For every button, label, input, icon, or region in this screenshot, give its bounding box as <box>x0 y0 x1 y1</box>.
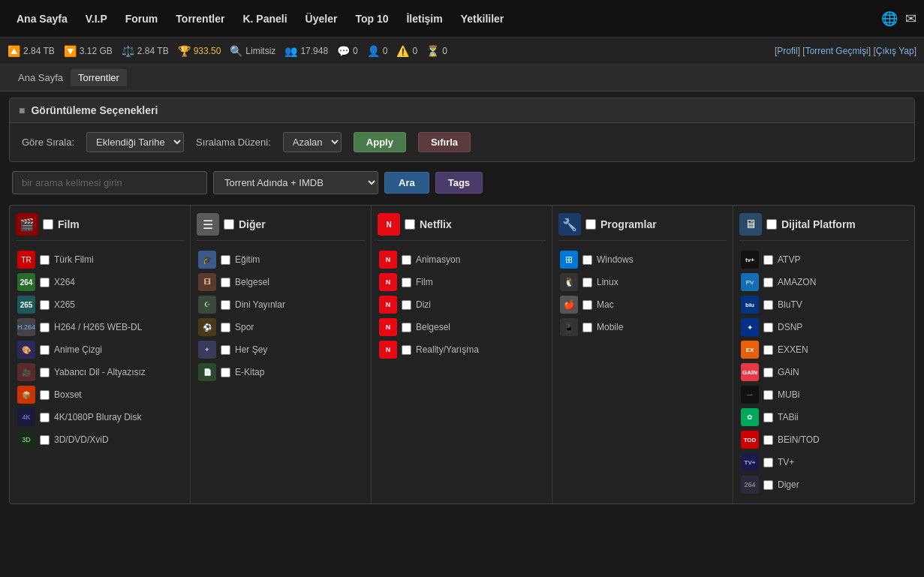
list-item[interactable]: 📱 Mobile <box>558 316 727 338</box>
h264-checkbox[interactable] <box>40 323 50 332</box>
logout-link[interactable]: Çıkış Yap <box>876 46 914 56</box>
list-item[interactable]: PV AMAZON <box>739 271 908 293</box>
dini-checkbox[interactable] <box>221 300 230 310</box>
tvplus-checkbox[interactable] <box>763 458 773 467</box>
spor-checkbox[interactable] <box>221 323 230 332</box>
nav-home[interactable]: Ana Sayfa <box>8 13 77 25</box>
mail-icon[interactable]: ✉ <box>905 11 916 27</box>
list-item[interactable]: GAİN GAiN <box>739 361 908 383</box>
diger-category-checkbox[interactable] <box>224 219 234 230</box>
4k-checkbox[interactable] <box>40 413 50 422</box>
list-item[interactable]: tv+ ATVP <box>739 248 908 271</box>
atvp-checkbox[interactable] <box>763 255 773 265</box>
nf-reality-checkbox[interactable] <box>402 345 411 355</box>
3d-checkbox[interactable] <box>40 435 50 445</box>
list-item[interactable]: ✦ Her Şey <box>197 338 365 361</box>
exxen-checkbox[interactable] <box>763 345 773 355</box>
turk-filmi-checkbox[interactable] <box>40 255 50 265</box>
search-input[interactable] <box>12 171 207 194</box>
list-item[interactable]: 264 X264 <box>16 271 184 293</box>
list-item[interactable]: ✿ TABii <box>739 406 908 428</box>
x265-checkbox[interactable] <box>40 300 50 310</box>
windows-checkbox[interactable] <box>582 255 592 265</box>
messages-icon: 💬 <box>337 45 350 57</box>
list-item[interactable]: 264 Diger <box>739 473 908 496</box>
list-item[interactable]: TR Türk Filmi <box>16 248 184 271</box>
nf-dizi-checkbox[interactable] <box>402 300 411 310</box>
tags-button[interactable]: Tags <box>435 172 483 194</box>
search-scope-select[interactable]: Torrent Adında + IMDB Torrent Adında IMD… <box>213 171 378 194</box>
x264-checkbox[interactable] <box>40 278 50 287</box>
blutv-checkbox[interactable] <box>763 300 773 310</box>
foreign-checkbox[interactable] <box>40 368 50 377</box>
order-select[interactable]: Azalan Artan <box>283 132 342 152</box>
list-item[interactable]: 3D 3D/DVD/XviD <box>16 428 184 451</box>
list-item[interactable]: 🎥 Yabancı Dil - Altyazısız <box>16 361 184 383</box>
nav-panel[interactable]: K. Paneli <box>233 13 296 25</box>
list-item[interactable]: N Belgesel <box>378 316 546 338</box>
list-item[interactable]: 🐧 Linux <box>558 271 727 293</box>
mubi-checkbox[interactable] <box>763 390 773 400</box>
breadcrumb-home[interactable]: Ana Sayfa <box>11 69 71 86</box>
list-item[interactable]: H.264 H264 / H265 WEB-DL <box>16 316 184 338</box>
nav-forum[interactable]: Forum <box>116 13 167 25</box>
nav-top10[interactable]: Top 10 <box>346 13 397 25</box>
list-item[interactable]: 📄 E-Kitap <box>197 361 365 383</box>
list-item[interactable]: 🎨 Anime Çizgi <box>16 338 184 361</box>
list-item[interactable]: 4K 4K/1080P Bluray Disk <box>16 406 184 428</box>
linux-checkbox[interactable] <box>582 278 592 287</box>
bein-checkbox[interactable] <box>763 435 773 445</box>
list-item[interactable]: ⋯ MUBi <box>739 383 908 406</box>
list-item[interactable]: ✦ DSNP <box>739 316 908 338</box>
mac-checkbox[interactable] <box>582 300 592 310</box>
anime-checkbox[interactable] <box>40 345 50 355</box>
list-item[interactable]: ⊞ Windows <box>558 248 727 271</box>
list-item[interactable]: 📦 Boxset <box>16 383 184 406</box>
nf-belgesel-checkbox[interactable] <box>402 323 411 332</box>
netflix-category-checkbox[interactable] <box>405 219 415 230</box>
gain-checkbox[interactable] <box>763 368 773 377</box>
mobile-checkbox[interactable] <box>582 323 592 332</box>
list-item[interactable]: EX EXXEN <box>739 338 908 361</box>
nf-film-checkbox[interactable] <box>402 278 411 287</box>
apply-button[interactable]: Apply <box>354 132 406 152</box>
list-item[interactable]: N Reality/Yarışma <box>378 338 546 361</box>
list-item[interactable]: 🎞 Belgesel <box>197 271 365 293</box>
list-item[interactable]: TV+ TV+ <box>739 451 908 473</box>
breadcrumb-torrents[interactable]: Torrentler <box>71 69 127 86</box>
programlar-category-checkbox[interactable] <box>585 219 596 230</box>
egitim-checkbox[interactable] <box>221 255 230 265</box>
amazon-checkbox[interactable] <box>763 278 773 287</box>
list-item[interactable]: TOD BEiN/TOD <box>739 428 908 451</box>
search-button[interactable]: Ara <box>384 172 429 194</box>
list-item[interactable]: ☪ Dini Yayınlar <box>197 293 365 316</box>
nav-torrents[interactable]: Torrentler <box>167 13 233 25</box>
nav-contact[interactable]: İletişim <box>397 13 451 25</box>
nav-auth[interactable]: Yetkililer <box>452 13 513 25</box>
list-item[interactable]: N Animasyon <box>378 248 546 271</box>
nav-vip[interactable]: V.I.P <box>77 13 116 25</box>
torrent-history-link[interactable]: Torrent Geçmişi <box>805 46 868 56</box>
list-item[interactable]: N Film <box>378 271 546 293</box>
nav-members[interactable]: Üyeler <box>296 13 347 25</box>
dsnp-checkbox[interactable] <box>763 323 773 332</box>
profile-link[interactable]: Profil <box>777 46 797 56</box>
film-category-checkbox[interactable] <box>43 219 53 230</box>
boxset-checkbox[interactable] <box>40 390 50 400</box>
list-item[interactable]: 🎓 Eğitim <box>197 248 365 271</box>
belgesel-checkbox[interactable] <box>221 278 230 287</box>
list-item[interactable]: blu BluTV <box>739 293 908 316</box>
list-item[interactable]: 🍎 Mac <box>558 293 727 316</box>
list-item[interactable]: ⚽ Spor <box>197 316 365 338</box>
diger2-checkbox[interactable] <box>763 480 773 490</box>
animasyon-checkbox[interactable] <box>402 255 411 265</box>
hers-checkbox[interactable] <box>221 345 230 355</box>
list-item[interactable]: N Dizi <box>378 293 546 316</box>
tabii-checkbox[interactable] <box>763 413 773 422</box>
reset-button[interactable]: Sıfırla <box>418 132 471 152</box>
dijital-category-checkbox[interactable] <box>766 219 777 230</box>
globe-icon[interactable]: 🌐 <box>881 11 898 27</box>
ekitap-checkbox[interactable] <box>221 368 230 377</box>
list-item[interactable]: 265 X265 <box>16 293 184 316</box>
sort-select[interactable]: Eklendiği Tarihe İsme Göre Boyuta Göre T… <box>86 132 184 152</box>
